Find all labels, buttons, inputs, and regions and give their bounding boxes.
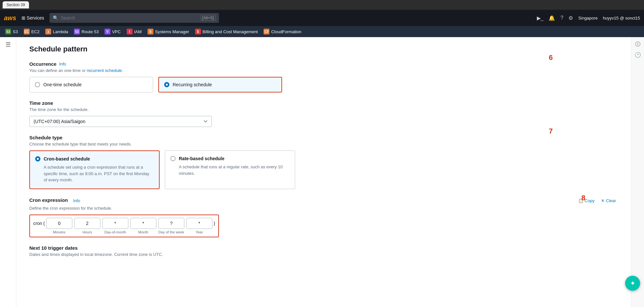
cron-day-of-week-input[interactable] (158, 218, 184, 229)
occurrence-description: You can define an one-time or recurrent … (29, 68, 618, 73)
route53-label: Route 53 (81, 29, 99, 34)
cron-field-minutes: Minutes (46, 218, 72, 234)
clear-button[interactable]: ✕ Clear (599, 197, 618, 204)
cron-month-input[interactable] (130, 218, 156, 229)
user-menu[interactable]: huyyv15 @ sonct15 (603, 16, 640, 21)
search-input[interactable] (61, 15, 198, 21)
occurrence-options: One-time schedule Recurring schedule (29, 77, 618, 92)
next-trigger-description: Dates and times displayed in local timez… (29, 252, 618, 257)
cron-field-hours: Hours (74, 218, 100, 234)
rate-radio[interactable] (170, 156, 176, 161)
rate-schedule-option[interactable]: Rate-based schedule A schedule that runs… (165, 150, 295, 189)
one-time-schedule-option[interactable]: One-time schedule (29, 77, 153, 92)
services-menu[interactable]: ⊞ Services (19, 13, 47, 22)
region-selector[interactable]: Singapore (578, 16, 597, 21)
cloudformation-label: CloudFormation (271, 29, 301, 34)
timezone-label: Time zone (29, 100, 618, 106)
ec2-icon: EC (24, 29, 30, 35)
shortcut-iam[interactable]: I IAM (124, 27, 144, 36)
search-bar[interactable]: 🔍 [Alt+S] (50, 13, 219, 23)
recurring-radio[interactable] (164, 82, 169, 87)
cron-field-day-of-week: Day of the week (158, 218, 184, 234)
cron-minutes-label: Minutes (53, 230, 66, 234)
annotation-7: 7 (549, 127, 553, 135)
annotation-8: 8 (581, 194, 585, 202)
systems-manager-icon: S (148, 29, 153, 35)
cron-day-of-month-label: Day-of-month (104, 230, 126, 234)
cron-schedule-option[interactable]: Cron-based schedule A schedule set using… (29, 150, 160, 189)
schedule-type-label-row: Schedule type 7 (29, 135, 618, 140)
copy-label: Copy (585, 198, 594, 203)
route53-icon: 53 (74, 29, 80, 35)
s3-icon: S3 (5, 29, 11, 35)
timezone-select[interactable]: (UTC+07:00) Asia/Saigon (29, 116, 212, 127)
cron-radio[interactable] (35, 156, 40, 161)
cron-title: Cron-based schedule (44, 156, 90, 161)
iam-icon: I (127, 29, 133, 35)
ai-icon: ✦ (630, 279, 636, 287)
browser-tab-label: Section 39 (7, 3, 25, 7)
shortcut-cloudformation[interactable]: CF CloudFormation (261, 27, 304, 36)
shortcut-lambda[interactable]: λ Lambda (43, 27, 71, 36)
recurrent-link[interactable]: recurrent schedule (87, 68, 122, 73)
search-shortcut: [Alt+S] (201, 15, 216, 21)
billing-icon: $ (195, 29, 201, 35)
one-time-radio[interactable] (35, 82, 40, 87)
main-layout: ☰ Schedule pattern Occurrence Info 6 You… (0, 37, 644, 307)
shortcut-ec2[interactable]: EC EC2 (21, 27, 42, 36)
aws-logo[interactable]: aws (4, 14, 16, 22)
nav-right: ▶_ 🔔 ? ⚙ Singapore huyyv15 @ sonct15 (537, 15, 640, 21)
rate-header: Rate-based schedule (170, 156, 290, 161)
settings-icon[interactable]: ⚙ (568, 15, 573, 21)
right-panel: ⓘ 🕐 (631, 37, 644, 307)
search-icon: 🔍 (53, 15, 58, 21)
cron-suffix: ) (214, 218, 215, 229)
cron-description: A schedule set using a cron expression t… (35, 164, 154, 183)
next-trigger-section: Next 10 trigger dates Dates and times di… (29, 245, 618, 257)
cron-expression-description: Define the cron expression for the sched… (29, 206, 618, 211)
iam-label: IAM (134, 29, 142, 34)
cron-hours-label: Hours (82, 230, 92, 234)
services-label: Services (27, 15, 44, 21)
cron-hours-input[interactable] (74, 218, 100, 229)
vpc-label: VPC (112, 29, 121, 34)
rate-description: A schedule that runs at a regular rate, … (170, 164, 290, 176)
shortcut-systems-manager[interactable]: S Systems Manager (145, 27, 192, 36)
timezone-section: Time zone The time zone for the schedule… (29, 100, 618, 127)
cron-minutes-input[interactable] (46, 218, 72, 229)
aws-logo-text: aws (4, 14, 16, 22)
cron-label-row: Cron expression Info (29, 197, 80, 204)
cloudshell-icon[interactable]: ▶_ (537, 15, 544, 21)
ec2-label: EC2 (31, 29, 39, 34)
lambda-label: Lambda (53, 29, 68, 34)
occurrence-info-link[interactable]: Info (59, 62, 66, 66)
recurring-schedule-option[interactable]: Recurring schedule (158, 77, 282, 92)
help-icon[interactable]: ? (560, 15, 563, 21)
schedule-type-label: Schedule type (29, 135, 63, 140)
cloudformation-icon: CF (264, 29, 269, 35)
schedule-type-section: Schedule type 7 Choose the schedule type… (29, 135, 618, 189)
browser-tab[interactable]: Section 39 (3, 1, 29, 8)
recurring-label: Recurring schedule (173, 82, 212, 87)
cron-day-of-month-input[interactable] (102, 218, 128, 229)
timezone-description: The time zone for the schedule. (29, 107, 618, 112)
notifications-icon[interactable]: 🔔 (549, 15, 555, 21)
shortcut-route53[interactable]: 53 Route 53 (71, 27, 101, 36)
history-panel-icon[interactable]: 🕐 (635, 52, 641, 58)
ai-assistant-button[interactable]: ✦ (625, 276, 640, 291)
next-trigger-title: Next 10 trigger dates (29, 245, 618, 251)
copy-button[interactable]: 📋 Copy (576, 197, 596, 204)
cron-info-link[interactable]: Info (73, 198, 80, 203)
cron-day-of-week-label: Day of the week (158, 230, 184, 234)
page-title: Schedule pattern (29, 45, 618, 53)
vpc-icon: V (105, 29, 110, 35)
cron-month-label: Month (138, 230, 149, 234)
info-panel-icon[interactable]: ⓘ (635, 41, 640, 48)
shortcut-vpc[interactable]: V VPC (102, 27, 123, 36)
clear-icon: ✕ (601, 198, 605, 203)
shortcut-billing[interactable]: $ Billing and Cost Management (193, 27, 261, 36)
hamburger-menu[interactable]: ☰ (6, 41, 11, 48)
cron-field-month: Month (130, 218, 156, 234)
shortcut-s3[interactable]: S3 S3 (3, 27, 21, 36)
cron-year-input[interactable] (186, 218, 212, 229)
